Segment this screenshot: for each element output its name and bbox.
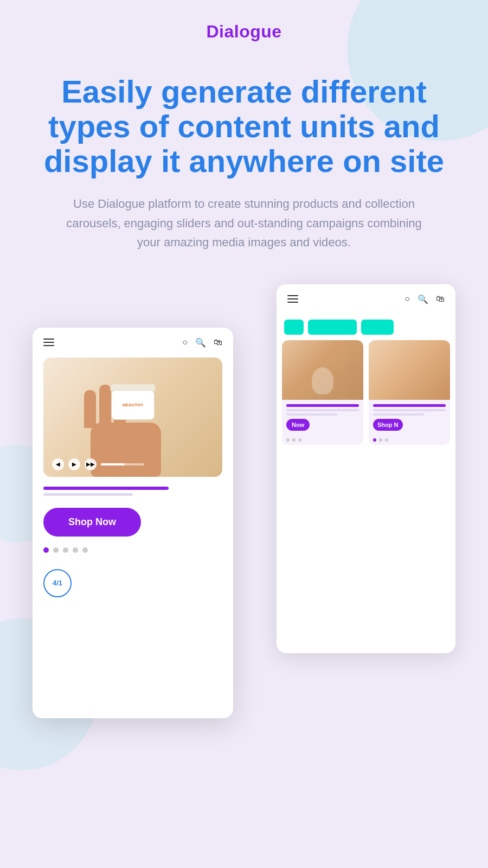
play-btn[interactable]: ▶ [68, 458, 80, 470]
front-dots-row [43, 547, 222, 553]
front-hamburger-icon [43, 339, 54, 346]
front-dot-4 [73, 547, 78, 553]
counter-badge: 4/1 [43, 569, 72, 597]
back-cart-icon: 🛍 [436, 294, 445, 304]
back-nav-icons: ○ 🔍 🛍 [404, 294, 445, 304]
dot-2-2 [379, 438, 382, 442]
mockup-back-card: ○ 🔍 🛍 [277, 284, 455, 653]
back-cyan-tabs [277, 314, 455, 340]
back-hamburger-icon [287, 295, 298, 303]
front-lower: Shop Now 4/1 [33, 477, 233, 607]
front-cart-icon: 🛍 [214, 337, 222, 348]
dot-2-3 [385, 438, 388, 442]
product-line-purple-1 [286, 404, 359, 407]
product-line-gray-1 [286, 409, 359, 411]
product-line-gray-2 [373, 409, 446, 411]
dot-1-3 [298, 438, 301, 442]
back-user-icon: ○ [404, 294, 410, 304]
finger-1 [84, 390, 96, 428]
product-line-gray-sm-1 [286, 413, 337, 416]
hero-section: Easily generate different types of conte… [0, 53, 488, 263]
back-product-card-2: Shop N [369, 340, 450, 445]
back-card-bottom [277, 450, 455, 494]
front-progress-bar-2 [43, 493, 133, 496]
video-controls: ◀ ▶ ▶▶ [52, 458, 144, 470]
front-dot-2 [53, 547, 59, 553]
back-product-image-2 [369, 340, 450, 400]
cyan-tab-3[interactable] [361, 320, 394, 335]
dot-2-1 [373, 438, 376, 442]
front-nav-icons: ○ 🔍 🛍 [182, 337, 222, 348]
front-search-icon: 🔍 [195, 337, 206, 348]
hero-title: Easily generate different types of conte… [33, 74, 455, 178]
hero-subtitle: Use Dialogue platform to create stunning… [60, 194, 428, 252]
back-dots-2 [369, 435, 450, 445]
back-shop-btn-1[interactable]: Now [286, 419, 310, 431]
finger-2 [99, 385, 111, 428]
dot-1-1 [286, 438, 290, 442]
shop-now-button[interactable]: Shop Now [43, 508, 141, 537]
mockup-area: ○ 🔍 🛍 [0, 284, 488, 729]
front-dot-5 [82, 547, 88, 553]
front-progress-bar [43, 487, 169, 490]
back-search-icon: 🔍 [418, 294, 428, 304]
front-dot-1 [43, 547, 49, 553]
back-dots-1 [282, 435, 363, 445]
back-product-grid: Now Shop N [277, 340, 455, 450]
mockup-front-card: ○ 🔍 🛍 NEAUTHY ◀ [33, 328, 233, 718]
back-shop-btn-2[interactable]: Shop N [373, 419, 403, 431]
back-product-card-1: Now [282, 340, 363, 445]
page-content: Dialogue Easily generate different types… [0, 0, 488, 729]
prev-btn[interactable]: ◀ [52, 458, 64, 470]
front-product-image: NEAUTHY ◀ ▶ ▶▶ [43, 358, 222, 477]
video-progress [101, 463, 144, 465]
product-line-purple-2 [373, 404, 446, 407]
back-product-image-1 [282, 340, 363, 400]
back-navbar: ○ 🔍 🛍 [277, 284, 455, 314]
header: Dialogue [206, 0, 281, 53]
product-line-gray-sm-2 [373, 413, 424, 416]
back-product-info-2: Shop N [369, 400, 450, 435]
cyan-tab-1[interactable] [284, 320, 304, 335]
cream-jar: NEAUTHY [111, 390, 155, 420]
front-navbar: ○ 🔍 🛍 [33, 328, 233, 358]
video-progress-fill [101, 463, 125, 465]
logo: Dialogue [206, 22, 281, 42]
back-product-info-1: Now [282, 400, 363, 435]
front-dot-3 [63, 547, 68, 553]
dot-1-2 [292, 438, 296, 442]
cyan-tab-2[interactable] [308, 320, 357, 335]
front-user-icon: ○ [182, 337, 188, 348]
next-btn[interactable]: ▶▶ [85, 458, 97, 470]
